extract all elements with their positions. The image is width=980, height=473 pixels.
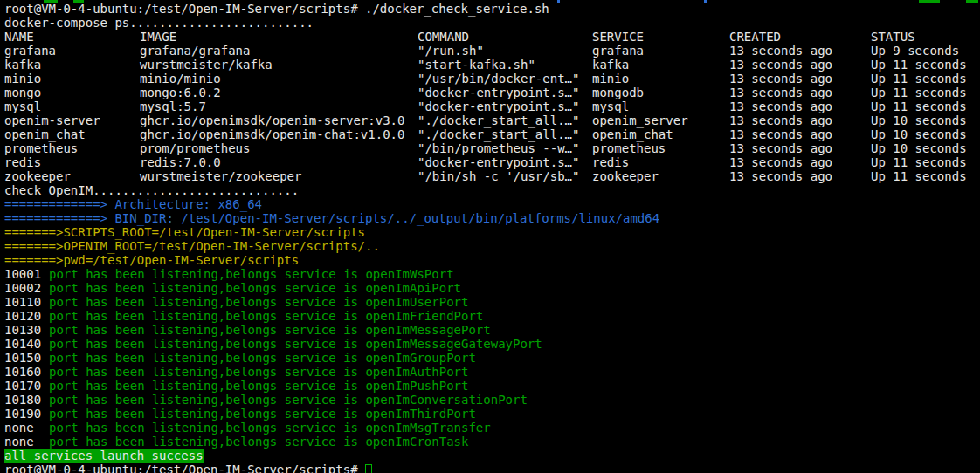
cell-name: mysql [4, 99, 140, 113]
port-status-text: port has been listening,belongs service … [49, 379, 365, 393]
container-row: kafkawurstmeister/kafka"start-kafka.sh"k… [4, 58, 980, 72]
port-status-text: port has been listening,belongs service … [49, 309, 365, 323]
port-service-name: openImCronTask [365, 435, 468, 449]
shell-prompt: root@VM-0-4-ubuntu:/test/Open-IM-Server/… [4, 2, 365, 16]
cell-image: mongo:6.0.2 [140, 86, 418, 99]
shell-prompt: root@VM-0-4-ubuntu:/test/Open-IM-Server/… [4, 463, 365, 473]
cell-status: Up 11 seconds [871, 58, 976, 72]
port-service-name: openImMessagePort [365, 323, 490, 337]
success-line: all services launch success [4, 449, 980, 463]
cell-name: kafka [4, 58, 140, 72]
port-service-name: openImThirdPort [365, 407, 475, 421]
column-header-service: SERVICE [592, 30, 729, 44]
port-service-name: openImConversationPort [365, 393, 527, 407]
cell-status: Up 10 seconds [871, 141, 976, 155]
docker-process-table: NAMEIMAGECOMMANDSERVICECREATEDSTATUSgraf… [4, 30, 980, 183]
cell-created: 13 seconds ago [729, 44, 871, 58]
cell-created: 13 seconds ago [729, 86, 871, 99]
cell-service: openim_server [592, 113, 729, 127]
cell-name: grafana [4, 44, 140, 58]
port-number: 10180 [4, 393, 49, 407]
cell-name: mongo [4, 86, 140, 99]
cell-created: 13 seconds ago [729, 72, 871, 86]
port-number: none [4, 435, 49, 449]
cell-service: openim_chat [592, 127, 729, 141]
cell-created: 13 seconds ago [729, 127, 871, 141]
port-number: 10110 [4, 295, 49, 309]
port-service-name: openImUserPort [365, 295, 468, 309]
cell-command: "docker-entrypoint.s…" [418, 155, 592, 169]
port-status-text: port has been listening,belongs service … [49, 337, 365, 351]
column-header-name: NAME [4, 30, 140, 44]
cell-created: 13 seconds ago [729, 99, 871, 113]
port-number: 10170 [4, 379, 49, 393]
cell-status: Up 10 seconds [871, 113, 976, 127]
table-header-row: NAMEIMAGECOMMANDSERVICECREATEDSTATUS [4, 30, 980, 44]
cell-status: Up 11 seconds [871, 86, 976, 99]
port-status-block: 10001port has been listening,belongs ser… [4, 267, 980, 449]
env-info-line: =======>OPENIM_ROOT=/test/Open-IM-Server… [4, 239, 980, 253]
container-row: grafanagrafana/grafana"/run.sh"grafana13… [4, 44, 980, 58]
scrolled-text-fragment [704, 0, 707, 3]
port-status-text: port has been listening,belongs service … [49, 351, 365, 365]
container-row: redisredis:7.0.0"docker-entrypoint.s…"re… [4, 155, 980, 169]
port-status-line: 10120port has been listening,belongs ser… [4, 309, 980, 323]
port-number: none [4, 421, 49, 435]
port-status-text: port has been listening,belongs service … [49, 393, 365, 407]
cell-service: kafka [592, 58, 729, 72]
cell-status: Up 9 seconds [871, 44, 976, 58]
port-service-name: openImMessageGatewayPort [365, 337, 542, 351]
container-row: openim-serverghcr.io/openimsdk/openim-se… [4, 113, 980, 127]
terminal-window[interactable]: root@VM-0-4-ubuntu:/test/Open-IM-Server/… [0, 0, 980, 473]
cell-service: grafana [592, 44, 729, 58]
cell-name: zookeeper [4, 169, 140, 183]
port-number: 10120 [4, 309, 49, 323]
scrolled-text-fragment [966, 0, 978, 3]
port-number: 10140 [4, 337, 49, 351]
cell-command: "docker-entrypoint.s…" [418, 86, 592, 99]
port-status-text: port has been listening,belongs service … [49, 435, 365, 449]
scrolled-text-fragment [919, 0, 940, 3]
port-status-line: 10130port has been listening,belongs ser… [4, 323, 980, 337]
port-service-name: openImGroupPort [365, 351, 475, 365]
cell-name: prometheus [4, 141, 140, 155]
terminal-cursor [365, 464, 372, 473]
port-service-name: openImFriendPort [365, 309, 483, 323]
command-line: root@VM-0-4-ubuntu:/test/Open-IM-Server/… [4, 2, 980, 16]
cell-name: openim_chat [4, 127, 140, 141]
port-service-name: openImWsPort [365, 267, 453, 281]
cell-service: minio [592, 72, 729, 86]
cell-service: mongodb [592, 86, 729, 99]
cell-image: prom/prometheus [140, 141, 418, 155]
column-header-created: CREATED [729, 30, 871, 44]
cell-command: "start-kafka.sh" [418, 58, 592, 72]
port-status-line: 10170port has been listening,belongs ser… [4, 379, 980, 393]
port-status-line: noneport has been listening,belongs serv… [4, 421, 980, 435]
port-status-text: port has been listening,belongs service … [49, 295, 365, 309]
port-status-line: 10110port has been listening,belongs ser… [4, 295, 980, 309]
port-number: 10160 [4, 365, 49, 379]
cell-image: wurstmeister/kafka [140, 58, 418, 72]
port-status-line: noneport has been listening,belongs serv… [4, 435, 980, 449]
cell-name: redis [4, 155, 140, 169]
cell-name: minio [4, 72, 140, 86]
port-status-line: 10160port has been listening,belongs ser… [4, 365, 980, 379]
cell-created: 13 seconds ago [729, 141, 871, 155]
port-status-line: 10150port has been listening,belongs ser… [4, 351, 980, 365]
port-status-text: port has been listening,belongs service … [49, 281, 365, 295]
port-number: 10002 [4, 281, 49, 295]
cell-name: openim-server [4, 113, 140, 127]
port-status-text: port has been listening,belongs service … [49, 267, 365, 281]
port-status-line: 10190port has been listening,belongs ser… [4, 407, 980, 421]
port-status-text: port has been listening,belongs service … [49, 323, 365, 337]
port-status-line: 10002port has been listening,belongs ser… [4, 281, 980, 295]
column-header-image: IMAGE [140, 30, 418, 44]
cell-created: 13 seconds ago [729, 113, 871, 127]
cell-image: ghcr.io/openimsdk/openim-server:v3.0 [140, 113, 418, 127]
cell-command: "docker-entrypoint.s…" [418, 99, 592, 113]
scrolled-text-fragment [73, 0, 84, 3]
cell-status: Up 11 seconds [871, 155, 976, 169]
final-prompt-line: root@VM-0-4-ubuntu:/test/Open-IM-Server/… [4, 463, 980, 473]
cell-command: "/usr/bin/docker-ent…" [418, 72, 592, 86]
check-openim-line: check OpenIM............................ [4, 183, 980, 197]
